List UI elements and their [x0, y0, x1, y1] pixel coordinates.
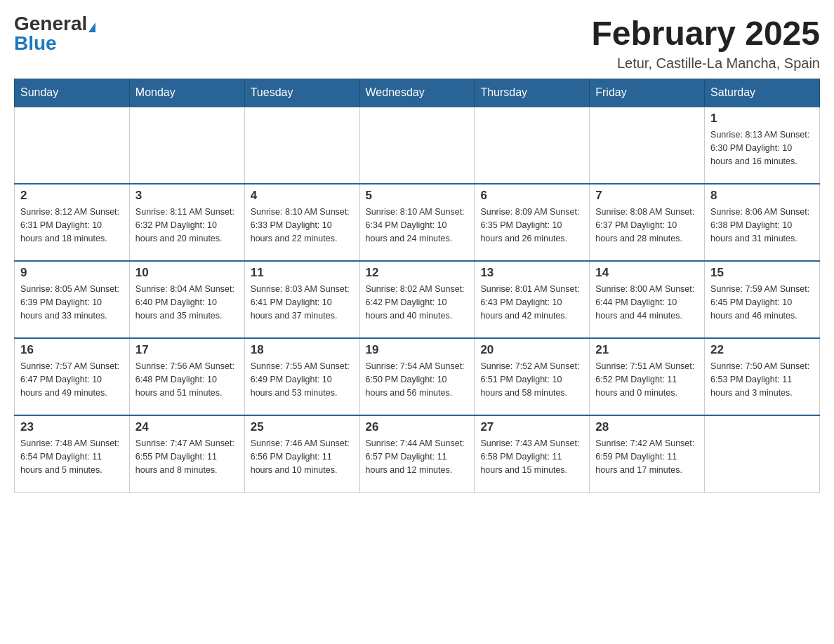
- day-info: Sunrise: 8:12 AM Sunset: 6:31 PM Dayligh…: [20, 206, 124, 245]
- logo-blue-text: Blue: [14, 34, 57, 53]
- calendar-cell: 10Sunrise: 8:04 AM Sunset: 6:40 PM Dayli…: [129, 261, 244, 338]
- calendar-cell: [705, 415, 820, 492]
- calendar-cell: 4Sunrise: 8:10 AM Sunset: 6:33 PM Daylig…: [244, 184, 359, 261]
- day-number: 20: [480, 343, 583, 357]
- calendar-cell: 19Sunrise: 7:54 AM Sunset: 6:50 PM Dayli…: [359, 338, 475, 415]
- calendar-cell: [359, 107, 475, 184]
- calendar-cell: 2Sunrise: 8:12 AM Sunset: 6:31 PM Daylig…: [15, 184, 130, 261]
- calendar-cell: 16Sunrise: 7:57 AM Sunset: 6:47 PM Dayli…: [15, 338, 130, 415]
- day-number: 16: [20, 343, 124, 357]
- calendar-cell: 20Sunrise: 7:52 AM Sunset: 6:51 PM Dayli…: [475, 338, 590, 415]
- week-row-3: 9Sunrise: 8:05 AM Sunset: 6:39 PM Daylig…: [15, 261, 820, 338]
- day-info: Sunrise: 8:08 AM Sunset: 6:37 PM Dayligh…: [595, 206, 699, 245]
- week-row-2: 2Sunrise: 8:12 AM Sunset: 6:31 PM Daylig…: [15, 184, 820, 261]
- day-number: 26: [366, 420, 469, 434]
- day-number: 2: [20, 189, 124, 203]
- day-info: Sunrise: 8:06 AM Sunset: 6:38 PM Dayligh…: [710, 206, 814, 245]
- day-info: Sunrise: 8:04 AM Sunset: 6:40 PM Dayligh…: [135, 283, 239, 322]
- day-info: Sunrise: 8:05 AM Sunset: 6:39 PM Dayligh…: [20, 283, 124, 322]
- calendar-cell: 27Sunrise: 7:43 AM Sunset: 6:58 PM Dayli…: [475, 415, 590, 492]
- calendar-header-friday: Friday: [590, 79, 705, 107]
- day-info: Sunrise: 8:02 AM Sunset: 6:42 PM Dayligh…: [366, 283, 469, 322]
- day-info: Sunrise: 7:44 AM Sunset: 6:57 PM Dayligh…: [366, 437, 469, 476]
- calendar-header-monday: Monday: [129, 79, 244, 107]
- calendar-header-saturday: Saturday: [705, 79, 820, 107]
- calendar-cell: 12Sunrise: 8:02 AM Sunset: 6:42 PM Dayli…: [359, 261, 475, 338]
- day-number: 13: [480, 266, 583, 280]
- calendar-header-thursday: Thursday: [475, 79, 590, 107]
- day-info: Sunrise: 8:09 AM Sunset: 6:35 PM Dayligh…: [480, 206, 583, 245]
- day-number: 25: [251, 420, 354, 434]
- calendar-cell: 8Sunrise: 8:06 AM Sunset: 6:38 PM Daylig…: [705, 184, 820, 261]
- calendar-cell: 26Sunrise: 7:44 AM Sunset: 6:57 PM Dayli…: [359, 415, 475, 492]
- calendar-cell: [129, 107, 244, 184]
- day-number: 10: [135, 266, 239, 280]
- week-row-4: 16Sunrise: 7:57 AM Sunset: 6:47 PM Dayli…: [15, 338, 820, 415]
- calendar-cell: 24Sunrise: 7:47 AM Sunset: 6:55 PM Dayli…: [129, 415, 244, 492]
- day-info: Sunrise: 7:54 AM Sunset: 6:50 PM Dayligh…: [366, 360, 469, 399]
- day-number: 1: [710, 112, 814, 126]
- title-block: February 2025 Letur, Castille-La Mancha,…: [591, 14, 820, 72]
- day-number: 11: [251, 266, 354, 280]
- page-header: General Blue February 2025 Letur, Castil…: [14, 14, 820, 72]
- calendar-header-tuesday: Tuesday: [244, 79, 359, 107]
- calendar-cell: 25Sunrise: 7:46 AM Sunset: 6:56 PM Dayli…: [244, 415, 359, 492]
- calendar-cell: 17Sunrise: 7:56 AM Sunset: 6:48 PM Dayli…: [129, 338, 244, 415]
- calendar-cell: 21Sunrise: 7:51 AM Sunset: 6:52 PM Dayli…: [590, 338, 705, 415]
- day-info: Sunrise: 8:00 AM Sunset: 6:44 PM Dayligh…: [595, 283, 699, 322]
- calendar-cell: 13Sunrise: 8:01 AM Sunset: 6:43 PM Dayli…: [475, 261, 590, 338]
- day-info: Sunrise: 7:50 AM Sunset: 6:53 PM Dayligh…: [710, 360, 814, 399]
- calendar-cell: [475, 107, 590, 184]
- day-number: 19: [366, 343, 469, 357]
- day-info: Sunrise: 7:56 AM Sunset: 6:48 PM Dayligh…: [135, 360, 239, 399]
- day-number: 4: [251, 189, 354, 203]
- day-info: Sunrise: 7:51 AM Sunset: 6:52 PM Dayligh…: [595, 360, 699, 399]
- calendar-cell: 5Sunrise: 8:10 AM Sunset: 6:34 PM Daylig…: [359, 184, 475, 261]
- day-number: 9: [20, 266, 124, 280]
- day-number: 6: [480, 189, 583, 203]
- calendar-cell: 11Sunrise: 8:03 AM Sunset: 6:41 PM Dayli…: [244, 261, 359, 338]
- logo-top: General: [14, 14, 95, 34]
- calendar-cell: 9Sunrise: 8:05 AM Sunset: 6:39 PM Daylig…: [15, 261, 130, 338]
- calendar-cell: 15Sunrise: 7:59 AM Sunset: 6:45 PM Dayli…: [705, 261, 820, 338]
- calendar-header-row: SundayMondayTuesdayWednesdayThursdayFrid…: [15, 79, 820, 107]
- month-title: February 2025: [591, 14, 820, 53]
- day-info: Sunrise: 7:48 AM Sunset: 6:54 PM Dayligh…: [20, 437, 124, 476]
- day-number: 18: [251, 343, 354, 357]
- day-number: 14: [595, 266, 699, 280]
- logo-general-text: General: [14, 13, 87, 34]
- day-info: Sunrise: 7:43 AM Sunset: 6:58 PM Dayligh…: [480, 437, 583, 476]
- calendar-cell: 7Sunrise: 8:08 AM Sunset: 6:37 PM Daylig…: [590, 184, 705, 261]
- day-info: Sunrise: 7:46 AM Sunset: 6:56 PM Dayligh…: [251, 437, 354, 476]
- week-row-5: 23Sunrise: 7:48 AM Sunset: 6:54 PM Dayli…: [15, 415, 820, 492]
- calendar-cell: 23Sunrise: 7:48 AM Sunset: 6:54 PM Dayli…: [15, 415, 130, 492]
- day-number: 15: [710, 266, 814, 280]
- day-number: 17: [135, 343, 239, 357]
- day-number: 5: [366, 189, 469, 203]
- location: Letur, Castille-La Mancha, Spain: [591, 55, 820, 72]
- week-row-1: 1Sunrise: 8:13 AM Sunset: 6:30 PM Daylig…: [15, 107, 820, 184]
- day-number: 24: [135, 420, 239, 434]
- calendar-table: SundayMondayTuesdayWednesdayThursdayFrid…: [14, 79, 820, 493]
- day-info: Sunrise: 7:52 AM Sunset: 6:51 PM Dayligh…: [480, 360, 583, 399]
- day-info: Sunrise: 8:13 AM Sunset: 6:30 PM Dayligh…: [710, 128, 814, 168]
- day-number: 22: [710, 343, 814, 357]
- day-info: Sunrise: 8:10 AM Sunset: 6:33 PM Dayligh…: [251, 206, 354, 245]
- day-info: Sunrise: 7:47 AM Sunset: 6:55 PM Dayligh…: [135, 437, 239, 476]
- logo-triangle-icon: [88, 22, 95, 32]
- calendar-cell: [15, 107, 130, 184]
- day-info: Sunrise: 7:55 AM Sunset: 6:49 PM Dayligh…: [251, 360, 354, 399]
- day-number: 8: [710, 189, 814, 203]
- calendar-cell: 1Sunrise: 8:13 AM Sunset: 6:30 PM Daylig…: [705, 107, 820, 184]
- logo: General Blue: [14, 14, 95, 53]
- day-info: Sunrise: 7:59 AM Sunset: 6:45 PM Dayligh…: [710, 283, 814, 322]
- day-number: 28: [595, 420, 699, 434]
- day-info: Sunrise: 8:10 AM Sunset: 6:34 PM Dayligh…: [366, 206, 469, 245]
- calendar-cell: [244, 107, 359, 184]
- calendar-header-wednesday: Wednesday: [359, 79, 475, 107]
- day-number: 27: [480, 420, 583, 434]
- day-info: Sunrise: 8:11 AM Sunset: 6:32 PM Dayligh…: [135, 206, 239, 245]
- calendar-header-sunday: Sunday: [15, 79, 130, 107]
- day-info: Sunrise: 8:01 AM Sunset: 6:43 PM Dayligh…: [480, 283, 583, 322]
- calendar-cell: [590, 107, 705, 184]
